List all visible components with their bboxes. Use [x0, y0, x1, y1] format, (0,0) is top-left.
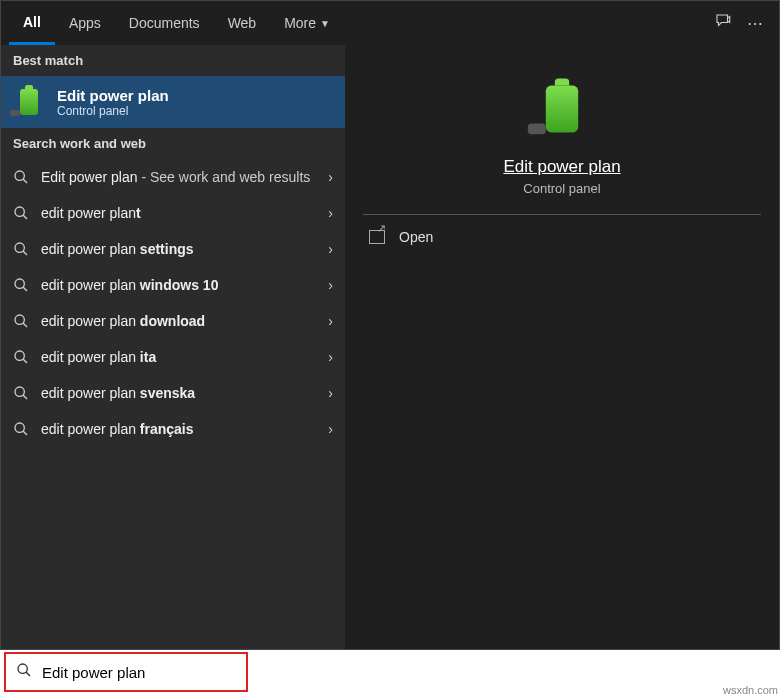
section-search-web: Search work and web [1, 128, 345, 159]
search-panel: All Apps Documents Web More▼ ⋯ Best matc… [0, 0, 780, 650]
svg-line-3 [23, 215, 27, 219]
watermark: wsxdn.com [723, 684, 778, 696]
best-match-subtitle: Control panel [57, 104, 169, 118]
result-row[interactable]: Edit power plan - See work and web resul… [1, 159, 345, 195]
tabs-bar: All Apps Documents Web More▼ ⋯ [1, 1, 779, 45]
svg-point-8 [15, 315, 24, 324]
svg-line-17 [26, 672, 30, 676]
best-match-title: Edit power plan [57, 87, 169, 104]
tab-more[interactable]: More▼ [270, 1, 344, 45]
svg-line-15 [23, 431, 27, 435]
svg-point-16 [18, 664, 27, 673]
best-match-item[interactable]: Edit power plan Control panel [1, 76, 345, 128]
preview-pane: Edit power plan Control panel Open [345, 45, 779, 649]
result-row[interactable]: edit power plan svenska › [1, 375, 345, 411]
chevron-down-icon: ▼ [320, 18, 330, 29]
result-label: edit power plan download [41, 313, 316, 329]
result-row[interactable]: edit power plan ita › [1, 339, 345, 375]
tab-apps[interactable]: Apps [55, 1, 115, 45]
more-options-icon[interactable]: ⋯ [739, 14, 771, 33]
chevron-right-icon[interactable]: › [328, 385, 333, 401]
chevron-right-icon[interactable]: › [328, 349, 333, 365]
tab-web[interactable]: Web [214, 1, 271, 45]
tab-documents[interactable]: Documents [115, 1, 214, 45]
result-label: Edit power plan - See work and web resul… [41, 169, 316, 185]
result-label: edit power plan windows 10 [41, 277, 316, 293]
svg-point-2 [15, 207, 24, 216]
result-row[interactable]: edit power plan français › [1, 411, 345, 447]
tab-all[interactable]: All [9, 1, 55, 45]
search-icon [13, 421, 29, 437]
result-row[interactable]: edit power plan download › [1, 303, 345, 339]
search-icon [13, 349, 29, 365]
svg-line-1 [23, 179, 27, 183]
search-input[interactable] [42, 664, 232, 681]
preview-title[interactable]: Edit power plan [503, 157, 620, 177]
chevron-right-icon[interactable]: › [328, 313, 333, 329]
search-icon [13, 205, 29, 221]
search-icon [13, 385, 29, 401]
svg-point-4 [15, 243, 24, 252]
result-label: edit power plant [41, 205, 316, 221]
result-label: edit power plan svenska [41, 385, 316, 401]
result-label: edit power plan settings [41, 241, 316, 257]
preview-subtitle: Control panel [523, 181, 600, 196]
svg-line-9 [23, 323, 27, 327]
svg-point-6 [15, 279, 24, 288]
svg-line-5 [23, 251, 27, 255]
results-list: Best match Edit power plan Control panel… [1, 45, 345, 649]
search-icon [13, 241, 29, 257]
result-row[interactable]: edit power plant › [1, 195, 345, 231]
search-box[interactable] [4, 652, 248, 692]
result-row[interactable]: edit power plan windows 10 › [1, 267, 345, 303]
chevron-right-icon[interactable]: › [328, 241, 333, 257]
open-label: Open [399, 229, 433, 245]
open-icon [369, 230, 385, 244]
chevron-right-icon[interactable]: › [328, 205, 333, 221]
chevron-right-icon[interactable]: › [328, 169, 333, 185]
search-icon [13, 169, 29, 185]
feedback-icon[interactable] [707, 12, 739, 34]
result-label: edit power plan ita [41, 349, 316, 365]
power-plan-icon [533, 80, 591, 138]
open-action[interactable]: Open [363, 215, 761, 259]
svg-point-12 [15, 387, 24, 396]
search-icon [13, 277, 29, 293]
svg-line-13 [23, 395, 27, 399]
search-icon [13, 313, 29, 329]
result-row[interactable]: edit power plan settings › [1, 231, 345, 267]
chevron-right-icon[interactable]: › [328, 421, 333, 437]
result-label: edit power plan français [41, 421, 316, 437]
svg-line-11 [23, 359, 27, 363]
section-best-match: Best match [1, 45, 345, 76]
power-plan-icon [13, 86, 45, 118]
svg-point-0 [15, 171, 24, 180]
chevron-right-icon[interactable]: › [328, 277, 333, 293]
search-icon [16, 662, 32, 682]
svg-point-10 [15, 351, 24, 360]
svg-line-7 [23, 287, 27, 291]
svg-point-14 [15, 423, 24, 432]
